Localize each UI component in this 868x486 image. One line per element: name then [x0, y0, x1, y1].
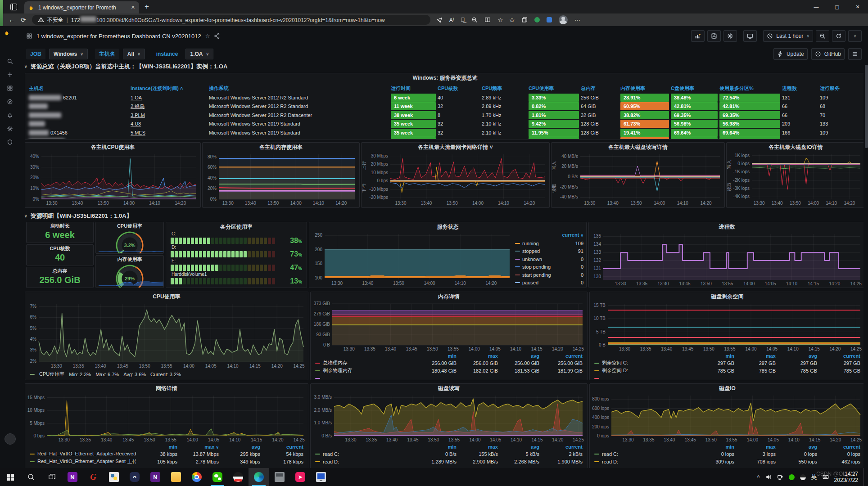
disk-io-chart[interactable]: 0 iops200 iops400 iops600 iops800 iops13… [590, 393, 863, 443]
show-desktop-button[interactable] [863, 468, 866, 486]
panel-title[interactable]: 各分区使用率 [166, 222, 307, 231]
grafana-logo[interactable] [4, 29, 16, 41]
hosts-mem-chart[interactable]: 0%20%40%60%80%13:3013:4013:5014:0014:101… [203, 152, 359, 207]
legend-header[interactable]: min [415, 353, 457, 359]
security-label[interactable]: 不安全 [47, 16, 63, 24]
taskbar-search-button[interactable] [21, 468, 41, 486]
cpu-detail-chart[interactable]: 2%3%4%5%6%7%13:3013:3513:4013:4513:5013:… [25, 301, 308, 369]
tab-close-icon[interactable]: ✕ [131, 4, 135, 10]
legend-header[interactable]: max ∨ [177, 444, 219, 450]
onenote2-app-icon[interactable]: N [145, 468, 166, 486]
more-icon[interactable]: ⋯ [574, 17, 580, 23]
var-host-value[interactable]: All∨ [123, 49, 145, 59]
file-explorer-icon[interactable] [166, 468, 186, 486]
panel-title[interactable]: 各主机最大磁盘IO详情 [727, 143, 863, 152]
extension-icon[interactable] [534, 17, 540, 22]
chrome-icon[interactable] [186, 468, 207, 486]
section-overview[interactable]: ∨资源总览（关联JOB项）当前选中主机：【WIN-JS35LI62201】实例：… [24, 62, 227, 71]
back-icon[interactable]: ← [9, 16, 15, 23]
share-icon[interactable] [214, 33, 220, 39]
edge-icon[interactable] [249, 468, 269, 486]
configuration-gear-icon[interactable] [0, 122, 20, 135]
table-column-header[interactable]: instance(连接到时间) ˄ [131, 85, 207, 92]
browser-tab[interactable]: 1 windows_exporter for Prometh ✕ [24, 1, 139, 14]
table-column-header[interactable]: 操作系统 [209, 85, 389, 92]
panel-title[interactable]: 服务状态 [309, 222, 586, 231]
table-column-header[interactable]: CPU使用率 [529, 85, 579, 92]
table-column-header[interactable]: CPU频率 [482, 85, 527, 92]
legend-header[interactable]: current [539, 444, 583, 450]
qq-tray-icon[interactable] [800, 474, 806, 480]
net-detail-chart[interactable]: 0 bps5 Mbps10 Mbps15 Mbps13:3013:3513:40… [25, 393, 308, 443]
table-column-header[interactable]: 总内存 [581, 85, 619, 92]
hosts-net-chart[interactable]: -20 Mbps-10 Mbps0 bps10 Mbps20 Mbps30 Mb… [362, 152, 549, 207]
zoom-out-icon[interactable] [471, 17, 478, 23]
pink-arrow-app-icon[interactable]: ➤ [290, 468, 311, 486]
disk-rw-chart[interactable]: 0 B/s1.0 MB/s2.0 MB/s3.0 MB/s13:3013:351… [311, 393, 587, 443]
maximize-button[interactable]: ▢ [827, 0, 847, 14]
panel-title[interactable]: 各主机最大磁盘读写详情 [552, 143, 724, 152]
legend-header[interactable]: min [136, 444, 177, 450]
remote-desktop-icon[interactable] [311, 468, 331, 486]
legend-header[interactable]: current [817, 444, 860, 450]
panel-title[interactable]: CPU使用率 [25, 292, 308, 301]
table-column-header[interactable]: 主机名 [29, 85, 129, 92]
update-button[interactable]: Update [773, 48, 808, 60]
read-aloud-icon[interactable]: A) [449, 17, 454, 23]
hosts-diskio-chart[interactable]: 1K iops0 iops-1K iops-2K iops-3K iops-4K… [727, 152, 863, 207]
instance-link[interactable]: 4.U8 [131, 121, 207, 126]
address-field[interactable]: 不安全 | 172100:3000/d/Kdh0OoSGz/1-windows_… [32, 15, 430, 25]
legend-header[interactable]: min [415, 444, 457, 450]
panel-title[interactable]: 各主机最大流量网卡网络详情 ˅ [362, 143, 549, 152]
legend-header[interactable]: avg [219, 444, 260, 450]
legend-header[interactable]: avg [776, 353, 817, 359]
mem-detail-chart[interactable]: 0 B93 GiB186 GiB279 GiB373 GiB13:3013:35… [311, 301, 587, 352]
panel-title[interactable]: 各主机内存使用率 [203, 143, 359, 152]
processes-chart[interactable]: 13013113213313413513:3013:3513:4013:4513… [589, 231, 863, 287]
panel-title[interactable]: 内存详情 [311, 292, 587, 301]
create-plus-icon[interactable] [0, 68, 20, 81]
dashboards-icon[interactable] [0, 81, 20, 95]
time-range-picker[interactable]: Last 1 hour∨ [763, 30, 813, 42]
var-job-value[interactable]: Windows∨ [49, 49, 88, 59]
profile-avatar[interactable] [559, 15, 568, 24]
volume-icon[interactable] [765, 474, 772, 480]
table-column-header[interactable]: CPU核数 [438, 85, 480, 92]
services-chart[interactable]: 10015020025013:3013:4013:5014:0014:1014:… [310, 231, 514, 287]
section-detail[interactable]: ∨资源明细【WIN-JS35LI62201：1.0A】 [24, 212, 132, 220]
add-panel-button[interactable] [691, 30, 705, 42]
legend-header[interactable]: avg [776, 444, 817, 450]
send-icon[interactable] [436, 17, 443, 23]
wechat-icon[interactable] [207, 468, 228, 486]
task-view-button[interactable] [41, 468, 62, 486]
refresh-dashboard-button[interactable] [832, 30, 845, 42]
legend-header[interactable]: current [817, 353, 860, 359]
explore-icon[interactable] [0, 95, 20, 108]
table-column-header[interactable]: 运行服务 [820, 85, 859, 92]
search-icon[interactable] [0, 54, 20, 68]
instance-link[interactable]: 6. [131, 139, 207, 140]
browser-essentials-icon[interactable] [547, 17, 552, 22]
panel-title[interactable]: 网络详情 [25, 384, 308, 393]
legend-header[interactable]: max [734, 444, 776, 450]
split-screen-icon[interactable] [484, 17, 491, 23]
favorites-bar-icon[interactable]: ✩ [510, 17, 515, 23]
panel-title[interactable]: 进程数 [589, 222, 863, 231]
legend-header[interactable]: max [734, 353, 776, 359]
hosts-cpu-chart[interactable]: 0%10%20%30%40%13:3013:4013:5014:0014:101… [25, 152, 200, 207]
table-column-header[interactable]: 进程数 [782, 85, 818, 92]
workspace-icon[interactable] [10, 4, 17, 10]
legend-header[interactable]: max [457, 444, 498, 450]
network-icon[interactable] [777, 474, 783, 480]
minimize-button[interactable]: — [806, 0, 827, 14]
favorite-star-icon[interactable]: ☆ [497, 17, 503, 23]
instance-link[interactable]: 2.蜂鸟 [131, 103, 207, 110]
dark-cat-app-icon[interactable]: ᴖ [124, 468, 145, 486]
wechat-tray-icon[interactable] [789, 474, 795, 480]
legend-header[interactable]: current [539, 353, 583, 359]
github-button[interactable]: GitHub [811, 48, 845, 60]
new-tab-button[interactable]: + [145, 2, 149, 11]
legend-sort-header[interactable]: current ∨ [515, 232, 583, 239]
star-icon[interactable]: ☆ [205, 33, 210, 39]
onenote-app-icon[interactable]: N [62, 468, 83, 486]
